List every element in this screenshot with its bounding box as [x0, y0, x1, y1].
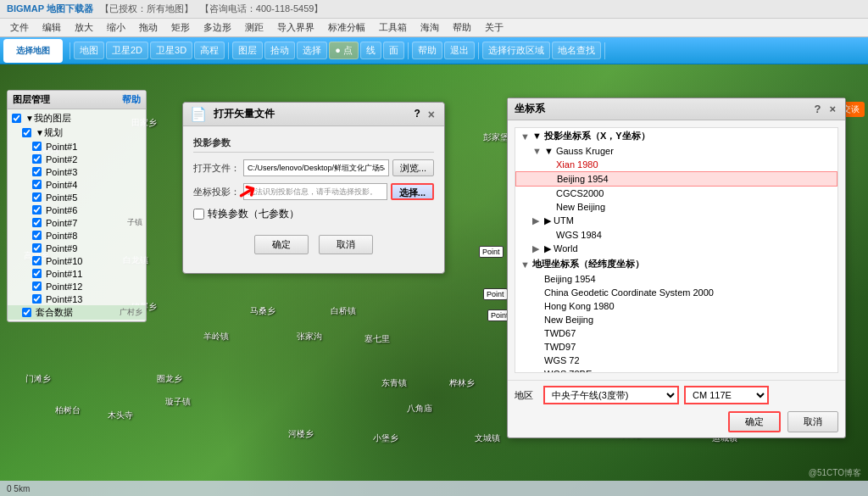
- tb-region-select[interactable]: 选择行政区域: [482, 42, 550, 59]
- tree-projected-root[interactable]: ▼ ▼ 投影坐标系（X，Y坐标）: [515, 128, 837, 144]
- tree-geo-wgs72[interactable]: WGS 72: [515, 354, 837, 367]
- layer-point3-check[interactable]: [32, 167, 42, 176]
- layer-point12[interactable]: Point#12: [8, 280, 146, 293]
- layer-point6-check[interactable]: [32, 205, 42, 215]
- region-value-select[interactable]: CM 117E CM 114E CM 120E: [684, 386, 769, 404]
- layer-point10[interactable]: Point#10: [8, 254, 146, 267]
- tb-layer[interactable]: 图层: [232, 42, 263, 59]
- menu-tools[interactable]: 工具箱: [372, 20, 414, 36]
- tb-line[interactable]: 线: [360, 42, 381, 59]
- layer-plan[interactable]: ▼ 规划: [8, 125, 146, 140]
- tree-gauss-kruger[interactable]: ▼ ▼ Gauss Kruger: [515, 144, 837, 158]
- tree-xian1980[interactable]: Xian 1980: [515, 158, 837, 171]
- layer-point5[interactable]: Point#5: [8, 191, 146, 203]
- tree-wgs1984[interactable]: WGS 1984: [515, 228, 837, 242]
- coord-help-icon[interactable]: ?: [811, 103, 823, 115]
- coord-cancel-button[interactable]: 取消: [787, 411, 838, 432]
- vector-confirm-button[interactable]: 确定: [254, 235, 309, 254]
- layer-point5-check[interactable]: [32, 192, 42, 202]
- layer-point1-check[interactable]: [32, 142, 42, 151]
- tb-place-search[interactable]: 地名查找: [552, 42, 601, 59]
- tree-geo-china[interactable]: China Geodetic Coordinate System 2000: [515, 286, 837, 299]
- tb-help[interactable]: 帮助: [412, 42, 442, 59]
- menu-import[interactable]: 导入界界: [270, 20, 321, 36]
- tree-cgcs2000[interactable]: CGCS2000: [515, 187, 837, 200]
- menu-help[interactable]: 帮助: [446, 20, 478, 36]
- layer-point11-check[interactable]: [32, 269, 42, 278]
- vector-dialog-close[interactable]: ×: [426, 108, 437, 121]
- vector-cancel-button[interactable]: 取消: [319, 235, 373, 254]
- browse-button[interactable]: 浏览...: [392, 159, 434, 176]
- tree-geo-twd97[interactable]: TWD97: [515, 340, 837, 354]
- menu-edit[interactable]: 编辑: [36, 20, 68, 36]
- tb-sat2d[interactable]: 卫星2D: [106, 42, 148, 59]
- layer-point2-check[interactable]: [32, 154, 42, 164]
- coord-tree[interactable]: ▼ ▼ 投影坐标系（X，Y坐标） ▼ ▼ Gauss Kruger Xian 1…: [515, 127, 838, 373]
- menu-pan[interactable]: 拖动: [132, 20, 164, 36]
- tb-drag[interactable]: 拾动: [264, 42, 295, 59]
- coord-close-icon[interactable]: ×: [826, 103, 838, 115]
- tb-select[interactable]: 选择: [297, 42, 327, 59]
- layer-point4-check[interactable]: [32, 180, 42, 189]
- tb-point[interactable]: ● 点: [329, 42, 359, 59]
- file-path-input[interactable]: [243, 159, 389, 176]
- tree-geo-twd67[interactable]: TWD67: [515, 326, 837, 340]
- menu-measure[interactable]: 测距: [238, 20, 270, 36]
- tree-world[interactable]: ▶ ▶ World: [515, 242, 837, 256]
- tree-geo-newbeijing[interactable]: New Beijing: [515, 313, 837, 326]
- coord-confirm-button[interactable]: 确定: [728, 411, 781, 432]
- layer-my-layers[interactable]: ▼ 我的图层: [8, 111, 146, 125]
- vector-dialog-help-icon[interactable]: ?: [414, 108, 420, 121]
- map-label-pengjia: 彭家堡: [483, 131, 509, 143]
- menu-zoom-out[interactable]: 缩小: [100, 20, 132, 36]
- layer-point7-check[interactable]: [32, 218, 42, 227]
- panel-help[interactable]: 帮助: [122, 93, 141, 106]
- layer-combine-check[interactable]: [22, 308, 31, 317]
- layer-point1[interactable]: Point#1: [8, 140, 146, 153]
- menu-rect[interactable]: 矩形: [164, 20, 197, 36]
- menu-polygon[interactable]: 多边形: [197, 20, 238, 36]
- layer-point7[interactable]: Point#7 子镇: [8, 216, 146, 229]
- layer-plan-check[interactable]: [22, 128, 31, 137]
- coord-input[interactable]: [243, 183, 387, 200]
- menu-haitao[interactable]: 海淘: [414, 20, 446, 36]
- tree-new-beijing[interactable]: New Beijing: [515, 200, 837, 214]
- layer-point6[interactable]: Point#6: [8, 203, 146, 216]
- tb-elevation[interactable]: 高程: [194, 42, 225, 59]
- layer-point10-check[interactable]: [32, 256, 42, 265]
- layer-point9[interactable]: Point#9: [8, 242, 146, 254]
- tb-sat3d[interactable]: 卫星3D: [150, 42, 192, 59]
- tree-geographic-root[interactable]: ▼ 地理坐标系（经纬度坐标）: [515, 256, 837, 272]
- layer-point4[interactable]: Point#4: [8, 178, 146, 191]
- coord-footer: 地区 中央子午线(3度带) 中央子午线(6度带) CM 117E CM 114E…: [508, 380, 845, 437]
- tb-quit[interactable]: 退出: [444, 42, 475, 59]
- menu-about[interactable]: 关于: [478, 20, 510, 36]
- layer-point8-check[interactable]: [32, 231, 42, 240]
- convert-params-check[interactable]: [193, 209, 204, 220]
- menu-file[interactable]: 文件: [3, 20, 36, 36]
- layer-point12-check[interactable]: [32, 281, 42, 291]
- tree-beijing1954[interactable]: Beijing 1954: [515, 171, 837, 187]
- layer-combine[interactable]: 套合数据 广村乡: [8, 305, 146, 320]
- tb-area[interactable]: 面: [383, 42, 404, 59]
- tree-utm[interactable]: ▶ ▶ UTM: [515, 214, 837, 228]
- layer-point3[interactable]: Point#3: [8, 165, 146, 178]
- layer-point9-check[interactable]: [32, 243, 42, 253]
- layer-point11[interactable]: Point#11: [8, 267, 146, 280]
- select-map-btn[interactable]: 选择地图: [3, 39, 63, 63]
- tb-map[interactable]: 地图: [74, 42, 104, 59]
- vector-section-title: 投影参数: [193, 137, 434, 153]
- vector-dialog-body: 投影参数 打开文件： 浏览... 坐标投影： 选择... 转换参数（七参数） 确…: [183, 126, 444, 273]
- tree-geo-wgs72be[interactable]: WGS 72BE: [515, 367, 837, 373]
- layer-point2[interactable]: Point#2: [8, 153, 146, 165]
- region-type-select[interactable]: 中央子午线(3度带) 中央子午线(6度带): [543, 386, 679, 404]
- menu-standard[interactable]: 标准分幅: [321, 20, 372, 36]
- tree-geo-hk[interactable]: Hong Kong 1980: [515, 299, 837, 313]
- tree-geo-beijing[interactable]: Beijing 1954: [515, 272, 837, 286]
- coord-select-button[interactable]: 选择...: [391, 183, 434, 200]
- layer-point13-check[interactable]: [32, 294, 42, 304]
- layer-point13[interactable]: Point#13: [8, 293, 146, 305]
- layer-my-layers-check[interactable]: [12, 114, 21, 123]
- layer-point8[interactable]: Point#8: [8, 229, 146, 242]
- menu-zoom-in[interactable]: 放大: [68, 20, 100, 36]
